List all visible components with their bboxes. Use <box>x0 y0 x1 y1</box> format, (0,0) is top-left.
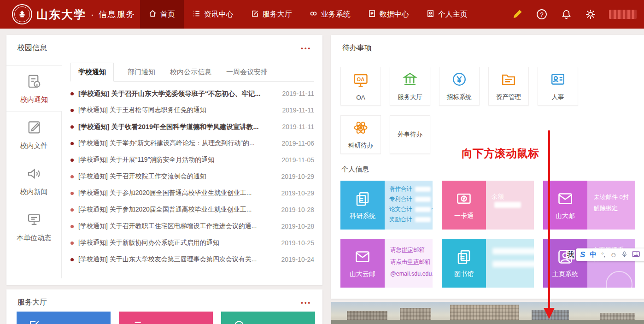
help-icon[interactable]: ? <box>536 8 548 20</box>
folder-icon <box>500 71 517 89</box>
ecard-tile[interactable]: 一卡通 余额 <box>442 181 534 230</box>
library-tile[interactable]: 图书馆 <box>442 239 534 288</box>
app-tile-oa[interactable]: OA OA <box>340 67 381 106</box>
university-name: 山东大学 <box>36 7 86 22</box>
notice-row[interactable]: [学校通知] 关于山东大学校友会第三届理事会第四次会议有关...2019-10-… <box>70 251 314 268</box>
campus-info-title: 校园信息 <box>18 43 47 53</box>
notice-date: 2019-10-28 <box>281 223 314 230</box>
bell-icon[interactable] <box>560 8 572 20</box>
notice-row[interactable]: [学校通知] 关于参加2020届全国普通高校毕业生就业创业工...2019-10… <box>70 201 314 218</box>
top-actions: ? <box>511 8 644 20</box>
side-tab-unit-updates[interactable]: 本单位动态 <box>6 204 61 250</box>
notice-row[interactable]: [学校通知] 关于召开校院工作交流例会的通知2019-10-29 <box>70 168 314 185</box>
nav-home[interactable]: 首页 <box>140 0 184 29</box>
notice-row[interactable]: [学校通知] 关于召开山东大学党委领导班子“不忘初心、牢记...2019-11-… <box>70 85 314 102</box>
username-redacted[interactable] <box>609 10 637 19</box>
app-label: 外事待办 <box>398 130 422 139</box>
homepage-system-tile[interactable]: 主页系统 主页管理系统 <box>543 239 635 288</box>
notice-row[interactable]: [学校通知] 关于参加2020届全国普通高校毕业生就业创业工...2019-10… <box>70 185 314 201</box>
card-icon <box>456 190 472 208</box>
app-tile-hr[interactable]: 人事 <box>538 67 578 106</box>
notice-row[interactable]: [学校通知] 关于收看2019年全国科学道德和学风建设宣讲教...2019-11… <box>70 118 314 135</box>
notice-title[interactable]: [学校通知] 关于王君松等同志职务任免的通知 <box>78 106 275 114</box>
side-tab-campus-news[interactable]: 校内新闻 <box>6 158 61 204</box>
notice-date: 2019-10-28 <box>281 206 314 213</box>
main-nav: 首页 资讯中心 服务大厅 业务系统 数据中心 个人主页 <box>140 0 476 29</box>
sogou-logo-icon[interactable]: S <box>580 250 585 259</box>
scroll-arrow-line <box>548 130 550 308</box>
scroll-arrow-head <box>544 308 555 319</box>
ime-composition-text: 我 <box>566 250 575 259</box>
edit-pencil-icon[interactable] <box>511 8 523 20</box>
tab-school-notice[interactable]: 学校通知 <box>70 63 114 82</box>
notice-date: 2019-11-11 <box>282 106 314 114</box>
campus-info-menu-dots[interactable]: ••• <box>301 45 311 52</box>
apply-link[interactable]: 申请 <box>408 259 419 265</box>
tab-dept-notice[interactable]: 部门通知 <box>127 63 156 81</box>
cloud-mail-tile[interactable]: 山大云邮 请您绑定邮箱 请点击申请邮箱 @email.sdu.edu. <box>340 239 433 288</box>
app-label: 科研待办 <box>348 141 373 150</box>
app-tile-service-hall[interactable]: 服务大厅 <box>390 67 430 106</box>
ime-language-mode[interactable]: 中 <box>590 250 597 259</box>
emoji-icon[interactable]: ☺ <box>610 251 617 259</box>
research-system-tile[interactable]: 科研系统 著作合计 专利合计 论文合计个 奖励合计 <box>340 181 433 230</box>
notice-title[interactable]: [学校通知] 关于山东大学校友会第三届理事会第四次会议有关... <box>78 255 275 264</box>
doc-stack-icon <box>354 190 371 208</box>
service-tile-pink[interactable] <box>119 312 213 324</box>
notice-row[interactable]: [学校通知] 关于新版协同办公系统正式启用的通知2019-10-25 <box>70 235 314 251</box>
notice-title[interactable]: [学校通知] 关于召开教职工住宅区电梯增设工作推进会议的通... <box>78 222 275 230</box>
bullet-icon <box>70 192 74 195</box>
nav-data-center[interactable]: 数据中心 <box>359 0 418 29</box>
notice-title[interactable]: [学校通知] 关于参加2020届全国普通高校毕业生就业创业工... <box>78 206 275 214</box>
bullet-icon <box>70 225 74 228</box>
notice-title[interactable]: [学校通知] 关于开展“119”消防安全月活动的通知 <box>78 156 275 164</box>
redacted-value <box>415 197 431 202</box>
atom-icon <box>352 119 369 138</box>
ime-punctuation-mode[interactable]: °, <box>601 251 605 258</box>
side-tab-campus-notice[interactable]: 校内通知 <box>6 65 62 112</box>
notice-title[interactable]: [学校通知] 关于举办“新文科建设高峰论坛：从理念到行动”的... <box>78 139 275 147</box>
nav-service-hall[interactable]: 服务大厅 <box>242 0 301 29</box>
redacted-line <box>492 261 534 267</box>
service-hall-card: 服务大厅 ••• <box>6 289 322 324</box>
notice-title[interactable]: [学校通知] 关于参加2020届全国普通高校毕业生就业创业工... <box>78 189 275 197</box>
notice-title[interactable]: [学校通知] 关于召开山东大学党委领导班子“不忘初心、牢记... <box>78 89 275 98</box>
unbind-link[interactable]: 解除绑定 <box>594 203 629 214</box>
tile-label: 主页系统 <box>552 270 578 278</box>
service-hall-menu-dots[interactable]: ••• <box>301 299 311 306</box>
notice-date: 2019-11-11 <box>282 90 314 97</box>
gear-icon[interactable] <box>585 8 597 20</box>
bind-link[interactable]: 绑定 <box>402 247 413 253</box>
notice-row[interactable]: [学校通知] 关于举办“新文科建设高峰论坛：从理念到行动”的...2019-11… <box>70 135 314 152</box>
notice-title[interactable]: [学校通知] 关于召开校院工作交流例会的通知 <box>78 172 275 181</box>
brand[interactable]: 山东大学 · 信息服务 <box>0 4 135 24</box>
todo-title: 待办事项 <box>342 43 372 53</box>
app-tile-assets[interactable]: 资产管理 <box>488 67 529 106</box>
keyboard-icon[interactable] <box>632 251 640 259</box>
todo-apps-row2: 科研待办 外事待办 <box>340 115 430 154</box>
notice-row[interactable]: [学校通知] 关于王君松等同志职务任免的通知2019-11-11 <box>70 102 314 118</box>
sdu-mail-tile[interactable]: 山大邮 未读邮件 0封 解除绑定 <box>543 181 635 230</box>
microphone-icon[interactable] <box>621 251 627 259</box>
notice-title[interactable]: [学校通知] 关于新版协同办公系统正式启用的通知 <box>78 239 275 247</box>
notice-date: 2019-11-05 <box>281 156 314 164</box>
portal-name: 信息服务 <box>99 9 135 20</box>
side-tab-campus-files[interactable]: 校内文件 <box>6 112 61 158</box>
tab-weekly-meetings[interactable]: 一周会议安排 <box>225 63 269 81</box>
tab-public-info[interactable]: 校内公示信息 <box>169 63 212 81</box>
nav-news-center[interactable]: 资讯中心 <box>184 0 242 29</box>
brand-separator: · <box>91 9 94 20</box>
app-tile-research-todo[interactable]: 科研待办 <box>340 115 381 154</box>
service-tile-blue[interactable] <box>17 312 111 324</box>
ime-toolbar[interactable]: S 中 °, ☺ <box>576 248 644 261</box>
service-hall-tiles <box>17 312 315 324</box>
app-label: 招标系统 <box>447 93 472 101</box>
notice-row[interactable]: [学校通知] 关于召开教职工住宅区电梯增设工作推进会议的通...2019-10-… <box>70 218 314 235</box>
app-tile-foreign-affairs-todo[interactable]: 外事待办 <box>390 115 430 154</box>
notice-row[interactable]: [学校通知] 关于开展“119”消防安全月活动的通知2019-11-05 <box>70 152 314 168</box>
app-tile-bidding[interactable]: 招标系统 <box>439 67 480 106</box>
nav-personal-homepage[interactable]: 个人主页 <box>418 0 476 29</box>
service-tile-teal[interactable] <box>221 312 315 324</box>
nav-business-systems[interactable]: 业务系统 <box>301 0 359 29</box>
notice-title[interactable]: [学校通知] 关于收看2019年全国科学道德和学风建设宣讲教... <box>78 123 275 131</box>
